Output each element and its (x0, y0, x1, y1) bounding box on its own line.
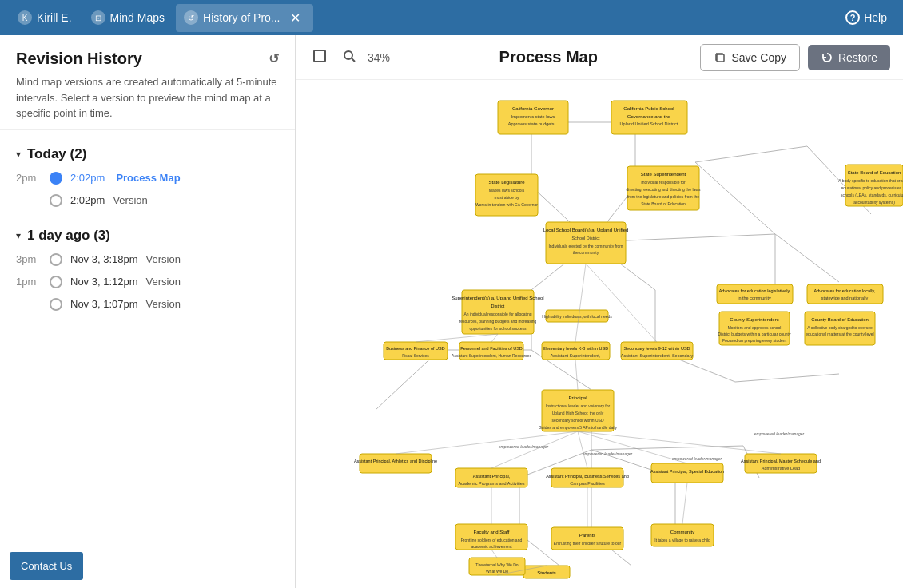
svg-line-15 (695, 146, 807, 162)
svg-rect-127 (551, 527, 623, 550)
svg-text:Guides and empowers 5 APs to h: Guides and empowers 5 APs to handle dail… (539, 425, 618, 430)
svg-line-143 (396, 431, 578, 454)
contact-us-button[interactable]: Contact Us (10, 552, 83, 580)
svg-text:School District: School District (571, 236, 600, 240)
svg-text:Entrusting their children's fu: Entrusting their children's future to ou… (554, 541, 622, 546)
svg-line-147 (578, 431, 781, 454)
svg-text:Approves state budgets...: Approves state budgets... (508, 121, 559, 126)
svg-text:from the legislature and polic: from the legislature and policies from t… (627, 194, 699, 199)
svg-text:secondary school within USD: secondary school within USD (551, 418, 603, 423)
restore-button[interactable]: Restore (808, 45, 890, 70)
history-icon: ↺ (184, 10, 198, 25)
svg-text:Focused on preparing every stu: Focused on preparing every student (722, 338, 787, 343)
svg-line-150 (682, 483, 687, 524)
svg-text:California Governor: California Governor (512, 106, 554, 111)
rev-timestamp-1: 2:02pm (70, 172, 105, 184)
zoom-button[interactable] (339, 46, 360, 70)
svg-text:State Board of Education: State Board of Education (848, 170, 901, 175)
save-copy-button[interactable]: Save Copy (700, 44, 799, 71)
rev-version-label-1: Version (113, 194, 147, 206)
svg-text:Elementary levels K-8 within U: Elementary levels K-8 within USD (543, 346, 608, 351)
svg-text:District budgets within a part: District budgets within a particular cou… (718, 332, 791, 336)
svg-line-138 (416, 334, 498, 342)
svg-text:Assistant Principal, Master Sc: Assistant Principal, Master Schedule and (741, 459, 821, 463)
zoom-level: 34% (368, 51, 396, 64)
mindmaps-label: Mind Maps (110, 11, 165, 24)
revision-today-2[interactable]: 2:02pm Version (0, 189, 295, 212)
revision-today-1[interactable]: 2pm 2:02pm Process Map (0, 167, 295, 189)
close-history-tab-button[interactable]: ✕ (285, 7, 305, 29)
svg-rect-3 (717, 54, 724, 62)
canvas-area: 34% Process Map Save Copy Restore (296, 35, 903, 588)
svg-line-14 (695, 162, 775, 234)
svg-text:Upland High School: the only: Upland High School: the only (552, 411, 604, 415)
today-section-header[interactable]: ▾ Today (2) (0, 138, 295, 167)
user-tab[interactable]: K Kirill E. (10, 7, 80, 28)
rev-dot-outline-icon-1 (50, 194, 62, 207)
svg-text:Fiscal Services: Fiscal Services (402, 353, 429, 358)
rev-time-1: 2pm (16, 172, 42, 184)
svg-text:opportunities for school succe: opportunities for school success (469, 326, 527, 331)
svg-line-142 (575, 360, 578, 390)
svg-text:Monitors and approves school: Monitors and approves school (728, 325, 782, 330)
sidebar: Revision History ↺ Mind map versions are… (0, 35, 296, 588)
svg-line-33 (735, 374, 839, 382)
svg-text:Business and Finance of USD: Business and Finance of USD (386, 346, 444, 351)
rev-dot-outline-icon-2 (50, 253, 62, 266)
today-chevron-icon: ▾ (16, 149, 21, 160)
dayago-chevron-icon: ▾ (16, 230, 21, 241)
svg-rect-68 (807, 284, 883, 304)
map-canvas[interactable]: California Governor Implements state law… (296, 80, 903, 588)
svg-text:Secondary levels 9-12 within U: Secondary levels 9-12 within USD (623, 346, 690, 351)
dayago-section-header[interactable]: ▾ 1 day ago (3) (0, 220, 295, 248)
mindmaps-tab[interactable]: ⊡ Mind Maps (83, 7, 173, 28)
svg-text:Upland Unified School District: Upland Unified School District (620, 121, 678, 126)
svg-text:accountability systems): accountability systems) (853, 200, 895, 205)
svg-text:Assistant Principal, Special E: Assistant Principal, Special Education (650, 469, 724, 474)
svg-text:A collective body charged to o: A collective body charged to oversee (807, 325, 873, 330)
svg-text:High ability individuals, with: High ability individuals, with local nee… (542, 314, 612, 319)
revision-list: ▾ Today (2) 2pm 2:02pm Process Map 2:02p… (0, 130, 295, 346)
svg-line-139 (491, 334, 498, 342)
revision-ago-3[interactable]: Nov 3, 1:07pm Version (0, 293, 295, 316)
help-button[interactable]: ? Help (839, 7, 893, 28)
svg-text:State Legislature: State Legislature (488, 180, 525, 185)
svg-text:Instructional leader and visio: Instructional leader and visionary for (546, 403, 611, 408)
svg-text:Principal: Principal (568, 395, 587, 400)
mindmaps-icon: ⊡ (91, 10, 105, 25)
svg-text:Community: Community (670, 530, 694, 534)
svg-text:empowered leader/manager: empowered leader/manager (499, 444, 549, 449)
svg-text:A body specific to education t: A body specific to education that create… (838, 178, 903, 183)
rev-dot-outline-icon-3 (50, 276, 62, 288)
rev-timestamp-5: Nov 3, 1:07pm (70, 298, 138, 310)
svg-text:schools (LEAs, standards, curr: schools (LEAs, standards, curriculum, (841, 193, 903, 197)
revision-ago-1[interactable]: 3pm Nov 3, 3:18pm Version (0, 248, 295, 271)
svg-text:statewide and nationally: statewide and nationally (821, 296, 869, 300)
svg-text:Makes laws schools: Makes laws schools (489, 188, 525, 193)
rev-version-label-2: Version (146, 253, 181, 265)
svg-text:Superintendent(s) a. Upland Un: Superintendent(s) a. Upland Unified Scho… (452, 296, 543, 300)
svg-text:Assistant Principal, Athletics: Assistant Principal, Athletics and Disci… (354, 459, 437, 463)
svg-text:Implements state laws: Implements state laws (511, 114, 555, 119)
refresh-icon[interactable]: ↺ (269, 51, 279, 66)
rev-time-4: 1pm (16, 276, 42, 288)
main-content: Revision History ↺ Mind map versions are… (0, 35, 903, 588)
sidebar-title-text: Revision History (16, 50, 142, 68)
revision-ago-2[interactable]: 1pm Nov 3, 1:12pm Version (0, 271, 295, 293)
history-tab[interactable]: ↺ History of Pro... ✕ (176, 4, 312, 32)
svg-text:Local School Board(s) a. Uplan: Local School Board(s) a. Upland Unified (543, 228, 629, 232)
svg-text:must abide by: must abide by (494, 195, 519, 200)
rev-name-label-1: Process Map (116, 172, 180, 184)
svg-text:in the community: in the community (738, 296, 771, 300)
svg-text:educational policy and procedu: educational policy and procedures for (841, 185, 903, 190)
svg-text:empowered leader/manager: empowered leader/manager (672, 456, 722, 461)
fullscreen-button[interactable] (308, 45, 331, 70)
svg-text:resources, planning budgets an: resources, planning budgets and increasi… (459, 319, 537, 324)
sidebar-header: Revision History ↺ Mind map versions are… (0, 35, 295, 130)
svg-text:Works in tandem with CA Govern: Works in tandem with CA Governor (475, 202, 538, 207)
rev-timestamp-4: Nov 3, 1:12pm (70, 276, 138, 288)
svg-text:academic achievement: academic achievement (471, 544, 512, 549)
help-label: Help (864, 11, 887, 24)
svg-text:empowered leader/manager: empowered leader/manager (754, 431, 805, 436)
svg-line-141 (586, 264, 657, 342)
